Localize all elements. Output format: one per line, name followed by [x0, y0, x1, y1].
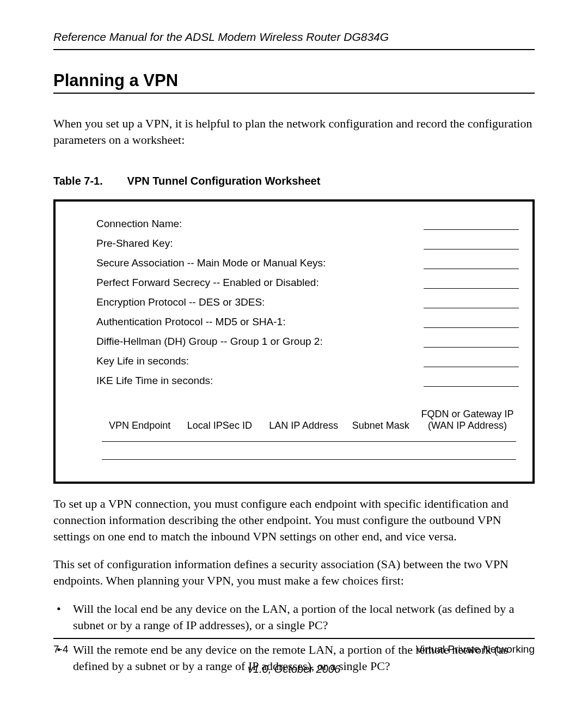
field-row: Pre-Shared Key:	[64, 238, 524, 249]
endpoint-col-header: Subnet Mask	[346, 420, 416, 431]
field-row: Perfect Forward Secrecy -- Enabled or Di…	[64, 277, 524, 289]
endpoint-col-header: VPN Endpoint	[102, 420, 177, 431]
field-row: Key Life in seconds:	[64, 355, 524, 367]
field-label: Secure Association -- Main Mode or Manua…	[96, 257, 326, 269]
title-rule	[53, 93, 535, 94]
field-input-line	[424, 238, 519, 249]
field-input-line	[424, 296, 519, 308]
section-title: Planning a VPN	[53, 71, 535, 90]
table-caption: Table 7-1. VPN Tunnel Configuration Work…	[53, 175, 535, 187]
field-row: Encryption Protocol -- DES or 3DES:	[64, 296, 524, 308]
footer-page-number: 7-4	[53, 643, 68, 655]
footer-rule	[53, 638, 535, 639]
footer-chapter: Virtual Private Networking	[416, 643, 535, 655]
field-label: Key Life in seconds:	[96, 355, 189, 367]
footer-version: v1.0, October 2006	[53, 663, 535, 675]
field-row: Authentication Protocol -- MD5 or SHA-1:	[64, 316, 524, 328]
field-label: Authentication Protocol -- MD5 or SHA-1:	[96, 316, 285, 328]
field-label: Encryption Protocol -- DES or 3DES:	[96, 296, 265, 308]
footer-line1: 7-4 Virtual Private Networking	[53, 643, 535, 655]
endpoint-line-row	[64, 441, 524, 442]
field-row: IKE Life Time in seconds:	[64, 375, 524, 387]
endpoint-line-row	[64, 459, 524, 460]
field-label: Pre-Shared Key:	[96, 238, 173, 249]
body-paragraph: To set up a VPN connection, you must con…	[53, 496, 535, 544]
endpoint-header-row: VPN Endpoint Local IPSec ID LAN IP Addre…	[64, 409, 524, 431]
worksheet-box: Connection Name: Pre-Shared Key: Secure …	[53, 199, 535, 484]
field-label: Diffie-Hellman (DH) Group -- Group 1 or …	[96, 336, 323, 348]
field-row: Connection Name:	[64, 218, 524, 230]
field-input-line	[424, 375, 519, 387]
intro-paragraph: When you set up a VPN, it is helpful to …	[53, 115, 535, 148]
endpoint-col-header-line1: FQDN or Gateway IP	[416, 409, 519, 420]
field-input-line	[424, 355, 519, 367]
header-reference: Reference Manual for the ADSL Modem Wire…	[53, 31, 535, 44]
field-label: Perfect Forward Secrecy -- Enabled or Di…	[96, 277, 319, 289]
endpoint-col-header: FQDN or Gateway IP (WAN IP Address)	[416, 409, 519, 431]
table-caption-title: VPN Tunnel Configuration Worksheet	[127, 175, 321, 187]
endpoint-col-header: Local IPSec ID	[177, 420, 261, 431]
table-caption-label: Table 7-1.	[53, 175, 124, 187]
bullet-marker: •	[53, 601, 73, 633]
field-input-line	[424, 316, 519, 328]
bullet-item: • Will the local end be any device on th…	[53, 601, 535, 633]
body-paragraph: This set of configuration information de…	[53, 556, 535, 588]
field-row: Diffie-Hellman (DH) Group -- Group 1 or …	[64, 336, 524, 348]
field-label: Connection Name:	[96, 218, 182, 230]
footer: 7-4 Virtual Private Networking v1.0, Oct…	[53, 638, 535, 675]
field-label: IKE Life Time in seconds:	[96, 375, 213, 387]
header-rule	[53, 49, 535, 50]
field-input-line	[424, 277, 519, 289]
endpoint-col-header: LAN IP Address	[261, 420, 345, 431]
field-row: Secure Association -- Main Mode or Manua…	[64, 257, 524, 269]
field-input-line	[424, 257, 519, 269]
bullet-text: Will the local end be any device on the …	[73, 601, 535, 633]
endpoint-col-header-line2: (WAN IP Address)	[416, 420, 519, 431]
field-input-line	[424, 218, 519, 230]
field-input-line	[424, 336, 519, 348]
